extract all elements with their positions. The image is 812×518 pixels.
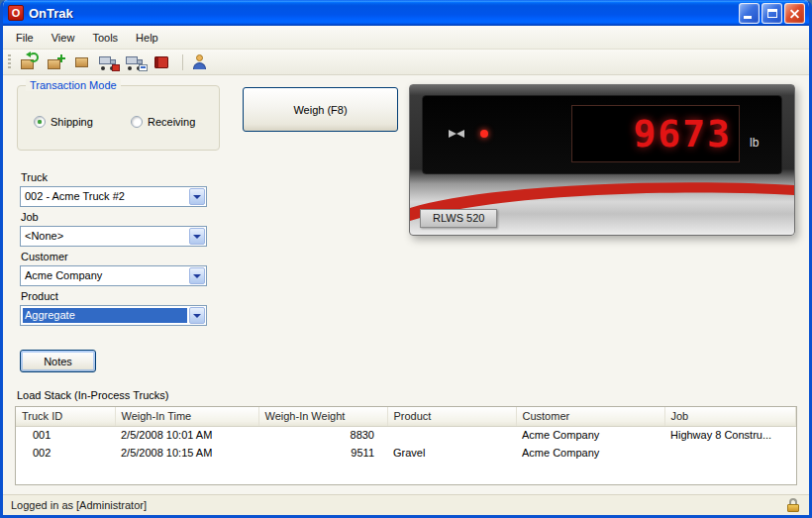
truck-finance-icon[interactable] — [97, 52, 121, 73]
product-dropdown-button[interactable] — [189, 307, 205, 324]
scale-model-plate: RLWS 520 — [420, 209, 497, 228]
col-job[interactable]: Job — [664, 407, 796, 426]
notes-button[interactable]: Notes — [20, 350, 96, 372]
scale-weight-window: 9673 — [571, 105, 740, 162]
cell-product: Gravel — [387, 444, 516, 462]
job-dropdown[interactable]: <None> — [20, 226, 207, 247]
table-header-row: Truck ID Weigh-In Time Weigh-In Weight P… — [16, 407, 796, 426]
col-weigh-in-weight[interactable]: Weigh-In Weight — [258, 407, 387, 426]
col-customer[interactable]: Customer — [516, 407, 664, 426]
toolbar-separator — [182, 54, 183, 70]
app-logo-icon: O — [8, 5, 24, 21]
cell-weigh-in-weight: 9511 — [258, 444, 387, 462]
minimize-button[interactable] — [739, 3, 760, 24]
user-accounts-icon[interactable] — [188, 52, 212, 73]
col-product[interactable]: Product — [387, 407, 516, 426]
product-box-icon[interactable] — [70, 52, 94, 73]
chevron-down-icon — [193, 235, 201, 239]
scale-indicator: 9673 lb RLWS 520 — [409, 84, 795, 236]
menu-bar: File View Tools Help — [3, 26, 809, 50]
cell-weigh-in-time: 2/5/2008 10:15 AM — [115, 444, 258, 462]
radio-receiving-label: Receiving — [148, 116, 195, 128]
cell-job — [664, 444, 796, 462]
menu-help[interactable]: Help — [127, 28, 167, 48]
main-content: Transaction Mode Shipping Receiving Weig… — [3, 75, 809, 494]
status-bar: Logged in as [Administrator] — [3, 494, 809, 515]
product-label: Product — [21, 290, 58, 302]
cell-truck-id: 002 — [16, 444, 115, 462]
truck-label: Truck — [21, 171, 48, 183]
lock-icon — [787, 498, 799, 512]
cell-product — [387, 426, 516, 444]
reports-book-icon[interactable] — [151, 52, 174, 73]
chevron-down-icon — [193, 314, 201, 318]
product-dropdown-value: Aggregate — [23, 308, 187, 323]
sync-transaction-icon[interactable] — [17, 52, 41, 73]
job-dropdown-button[interactable] — [189, 228, 205, 245]
title-bar: O OnTrak — [3, 0, 809, 26]
product-dropdown[interactable]: Aggregate — [20, 305, 207, 326]
truck-dropdown-button[interactable] — [189, 188, 205, 205]
radio-receiving[interactable]: Receiving — [131, 116, 195, 128]
cell-weigh-in-time: 2/5/2008 10:01 AM — [115, 426, 258, 444]
maximize-button[interactable] — [761, 3, 782, 24]
truck-dropdown-value: 002 - Acme Truck #2 — [23, 189, 187, 204]
cell-job: Highway 8 Constru... — [664, 426, 796, 444]
col-truck-id[interactable]: Truck ID — [16, 407, 115, 426]
maximize-icon — [767, 9, 777, 18]
job-dropdown-value: <None> — [23, 229, 187, 244]
radio-shipping[interactable]: Shipping — [34, 116, 93, 128]
minimize-icon — [744, 16, 752, 19]
chevron-down-icon — [193, 274, 201, 278]
cell-customer: Acme Company — [516, 426, 664, 444]
scale-led-indicator — [480, 130, 488, 138]
chevron-down-icon — [193, 195, 201, 199]
weigh-button[interactable]: Weigh (F8) — [243, 87, 398, 132]
customer-dropdown-button[interactable] — [189, 267, 205, 284]
scale-weight-value: 9673 — [633, 112, 732, 155]
transaction-mode-group: Transaction Mode Shipping Receiving — [17, 85, 220, 151]
status-logged-in-text: Logged in as [Administrator] — [11, 499, 147, 511]
radio-receiving-circle — [131, 116, 143, 128]
col-weigh-in-time[interactable]: Weigh-In Time — [115, 407, 258, 426]
truck-dropdown[interactable]: 002 - Acme Truck #2 — [20, 186, 207, 207]
cell-weigh-in-weight: 8830 — [258, 426, 387, 444]
table-row[interactable]: 001 2/5/2008 10:01 AM 8830 Acme Company … — [16, 426, 796, 444]
transaction-mode-title: Transaction Mode — [26, 79, 121, 91]
cell-customer: Acme Company — [516, 444, 664, 462]
menu-tools[interactable]: Tools — [83, 28, 127, 48]
toolbar — [3, 50, 809, 75]
customer-dropdown-value: Acme Company — [23, 268, 187, 283]
load-stack-table: Truck ID Weigh-In Time Weigh-In Weight P… — [15, 406, 797, 485]
customer-label: Customer — [21, 251, 68, 262]
app-window: O OnTrak File View Tools Help — [0, 0, 812, 518]
scale-display-panel: 9673 lb — [422, 95, 782, 174]
toolbar-grip[interactable] — [8, 54, 11, 70]
scale-balance-icon — [449, 130, 457, 138]
job-label: Job — [21, 211, 39, 223]
scale-weight-unit: lb — [750, 136, 759, 150]
new-load-icon[interactable] — [44, 52, 67, 73]
menu-file[interactable]: File — [7, 28, 43, 48]
window-title: OnTrak — [29, 6, 737, 21]
radio-shipping-circle — [34, 116, 46, 128]
radio-shipping-label: Shipping — [51, 116, 93, 128]
cell-truck-id: 001 — [16, 426, 115, 444]
table-row[interactable]: 002 2/5/2008 10:15 AM 9511 Gravel Acme C… — [16, 444, 796, 462]
load-stack-title: Load Stack (In-Process Trucks) — [17, 389, 168, 401]
truck-card-icon[interactable] — [124, 52, 148, 73]
customer-dropdown[interactable]: Acme Company — [20, 265, 207, 286]
close-button[interactable] — [784, 3, 805, 24]
menu-view[interactable]: View — [43, 28, 84, 48]
